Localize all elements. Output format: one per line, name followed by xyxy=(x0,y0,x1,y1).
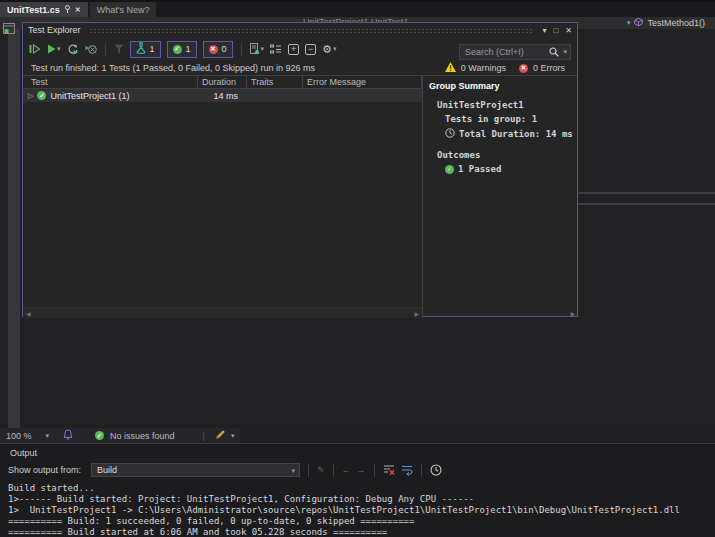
output-source-value: Build xyxy=(97,465,117,475)
timestamp-icon[interactable] xyxy=(430,464,442,476)
failed-icon: ✕ xyxy=(209,45,218,54)
close-icon[interactable]: ✕ xyxy=(565,26,572,35)
search-dropdown-icon[interactable]: ▾ xyxy=(563,48,567,56)
pen-dropdown-icon[interactable]: ▾ xyxy=(231,432,235,440)
flask-icon xyxy=(136,42,146,56)
table-row[interactable]: ▷ ✓ UnitTestProject1 (1) 14 ms xyxy=(23,89,422,102)
tab-whats-new[interactable]: What's New? xyxy=(90,2,157,17)
output-source-combobox[interactable]: Build ▾ xyxy=(91,463,300,477)
column-header-error-message[interactable]: Error Message xyxy=(302,76,422,89)
passed-icon: ✓ xyxy=(173,45,182,54)
editor-gutter xyxy=(8,29,20,428)
window-title: Test Explorer xyxy=(28,25,81,35)
group-name: UnitTestProject1 xyxy=(437,100,577,110)
passed-count: 1 xyxy=(186,44,191,54)
collapse-all-icon[interactable]: − xyxy=(305,44,316,55)
editor-status-bar: 100 % ▾ ✓ No issues found | ▾ ◀ xyxy=(0,428,715,443)
output-toolbar: Show output from: Build ▾ ✎ ← → xyxy=(0,461,715,479)
test-list-empty-area xyxy=(23,102,422,307)
output-panel: Output Show output from: Build ▾ ✎ ← → xyxy=(0,443,715,537)
test-name: UnitTestProject1 (1) xyxy=(50,91,129,101)
horizontal-scrollbar[interactable]: ◀ ▶ xyxy=(23,307,422,318)
build-output-console[interactable]: Build started... 1>------ Build started:… xyxy=(0,479,715,537)
clock-icon xyxy=(445,128,455,140)
playlist-button[interactable]: ▾ xyxy=(250,43,265,55)
test-duration: 14 ms xyxy=(197,91,246,101)
run-button[interactable]: ▾ xyxy=(47,44,61,54)
output-title: Output xyxy=(0,444,715,458)
next-message-icon[interactable]: → xyxy=(357,465,366,475)
failed-tests-filter-button[interactable]: ✕ 0 xyxy=(203,41,233,58)
clear-all-icon[interactable] xyxy=(383,464,395,476)
passed-tests-filter-button[interactable]: ✓ 1 xyxy=(167,41,197,58)
column-header-duration[interactable]: Duration xyxy=(197,76,246,89)
errors-count[interactable]: 0 Errors xyxy=(533,63,565,73)
run-all-tests-button[interactable] xyxy=(29,44,41,54)
toolbar-separator xyxy=(421,464,422,477)
close-icon[interactable]: ✕ xyxy=(75,6,81,14)
vs-main-window: UnitTest1.cs ✕ What's New? UnitTestProje… xyxy=(0,0,715,537)
group-summary-pane: Group Summary UnitTestProject1 Tests in … xyxy=(422,76,577,318)
test-explorer-body: Test Duration Traits Error Message ▷ ✓ U… xyxy=(23,76,577,318)
scroll-right-icon[interactable]: ▶ xyxy=(570,310,575,317)
cancel-run-icon[interactable] xyxy=(85,44,97,55)
pen-icon[interactable] xyxy=(215,429,226,442)
health-check-icon: ✓ xyxy=(95,431,104,440)
zoom-level[interactable]: 100 % xyxy=(6,431,32,441)
test-explorer-window: Test Explorer ▾ □ ✕ ▾ xyxy=(22,22,578,317)
statusbar-divider: | xyxy=(203,431,205,441)
health-message[interactable]: No issues found xyxy=(110,431,175,441)
maximize-icon[interactable]: □ xyxy=(553,26,558,35)
column-header-test[interactable]: Test xyxy=(23,76,197,89)
tree-expand-icon[interactable]: ▷ xyxy=(28,92,33,100)
passed-icon: ✓ xyxy=(37,91,46,100)
search-box: ▾ xyxy=(459,41,571,57)
filter-icon[interactable] xyxy=(114,44,124,54)
test-run-message: Test run finished: 1 Tests (1 Passed, 0 … xyxy=(31,63,315,73)
output-line: 1> UnitTestProject1 -> C:\Users\Administ… xyxy=(8,505,715,516)
chevron-down-icon: ▾ xyxy=(292,467,296,475)
chevron-down-icon: ▾ xyxy=(57,45,61,53)
show-output-from-label: Show output from: xyxy=(8,465,81,475)
editor-horizontal-scrollbar[interactable] xyxy=(240,428,715,443)
document-tabbar: UnitTest1.cs ✕ What's New? xyxy=(0,2,715,17)
column-header-traits[interactable]: Traits xyxy=(246,76,302,89)
background-splitter xyxy=(578,192,715,194)
scroll-right-icon[interactable]: ▶ xyxy=(414,310,419,317)
group-by-icon[interactable] xyxy=(270,44,282,55)
tab-label: UnitTest1.cs xyxy=(7,5,60,15)
expand-all-icon[interactable]: + xyxy=(288,44,299,55)
zoom-dropdown-icon[interactable]: ▾ xyxy=(46,432,50,440)
test-table-header: Test Duration Traits Error Message xyxy=(23,76,422,89)
previous-message-icon[interactable]: ← xyxy=(342,465,351,475)
group-summary-title: Group Summary xyxy=(429,81,577,91)
outcome-passed: 1 Passed xyxy=(458,164,501,174)
tests-in-group: Tests in group: 1 xyxy=(445,114,577,124)
error-icon: ✕ xyxy=(519,64,528,73)
test-explorer-titlebar[interactable]: Test Explorer ▾ □ ✕ xyxy=(23,23,577,37)
search-icon[interactable] xyxy=(549,43,559,61)
outcomes-label: Outcomes xyxy=(437,150,577,160)
bell-icon[interactable] xyxy=(63,429,73,442)
output-line: ========== Build: 1 succeeded, 0 failed,… xyxy=(8,516,715,527)
settings-button[interactable]: ⚙ ▾ xyxy=(322,44,336,55)
scroll-left-icon[interactable]: ◀ xyxy=(26,310,31,317)
output-line: Build started... xyxy=(8,483,715,494)
toolbar-separator xyxy=(105,43,106,56)
window-position-icon[interactable]: ▾ xyxy=(542,26,546,35)
word-wrap-icon[interactable] xyxy=(401,464,413,476)
chevron-down-icon: ▾ xyxy=(333,45,337,53)
member-dropdown[interactable]: ▾ TestMethod1() xyxy=(627,17,705,29)
drag-handle-texture[interactable] xyxy=(89,28,535,33)
repeat-last-run-button[interactable] xyxy=(67,44,79,55)
pin-icon[interactable] xyxy=(64,5,71,15)
total-tests-filter-button[interactable]: 1 xyxy=(130,41,161,58)
total-count: 1 xyxy=(150,44,155,54)
gear-icon: ⚙ xyxy=(322,44,332,55)
member-dropdown-value: TestMethod1() xyxy=(647,18,705,28)
find-message-icon[interactable]: ✎ xyxy=(317,465,325,475)
total-duration: Total Duration: 14 ms xyxy=(459,129,573,139)
tab-unittest1[interactable]: UnitTest1.cs ✕ xyxy=(0,2,88,17)
test-explorer-toolbar: ▾ 1 ✓ 1 ✕ 0 xyxy=(23,37,577,61)
warnings-count[interactable]: 0 Warnings xyxy=(461,63,506,73)
